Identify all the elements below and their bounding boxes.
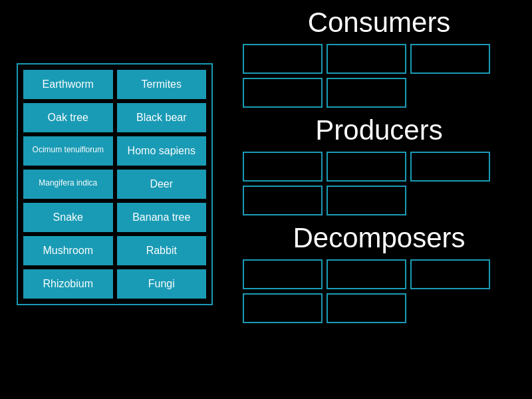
drop-zone[interactable]: [243, 78, 323, 108]
decomposers-section: Decomposers: [239, 222, 519, 323]
decomposers-drop-grid: [239, 259, 519, 323]
drop-zone[interactable]: [410, 259, 490, 289]
drag-item-rhizobium[interactable]: Rhizobium: [23, 269, 113, 299]
producers-section: Producers: [239, 114, 519, 215]
drop-zone[interactable]: [243, 186, 323, 215]
drag-item-black-bear[interactable]: Black bear: [117, 103, 207, 132]
drag-item-homo-sapiens[interactable]: Homo sapiens: [117, 136, 207, 166]
drag-item-termites[interactable]: Termites: [117, 70, 207, 99]
drag-item-rabbit[interactable]: Rabbit: [117, 236, 207, 265]
drag-item-deer[interactable]: Deer: [117, 170, 207, 199]
producers-drop-grid: [239, 152, 519, 215]
drag-item-snake[interactable]: Snake: [23, 203, 113, 232]
drag-item-mangifera[interactable]: Mangifera indica: [23, 170, 113, 199]
drop-zone[interactable]: [327, 78, 406, 108]
drag-item-fungi[interactable]: Fungi: [117, 269, 207, 299]
drop-zone[interactable]: [243, 44, 323, 74]
producers-title: Producers: [239, 114, 519, 146]
drop-zone[interactable]: [410, 44, 490, 74]
categories-panel: Consumers Producers Decomposers: [239, 7, 519, 330]
items-bank: EarthwormTermitesOak treeBlack bearOcimu…: [17, 63, 213, 305]
drop-zone[interactable]: [243, 152, 323, 182]
drag-item-earthworm[interactable]: Earthworm: [23, 70, 113, 99]
drag-item-oak-tree[interactable]: Oak tree: [23, 103, 113, 132]
drop-zone[interactable]: [327, 186, 406, 215]
drop-zone[interactable]: [243, 293, 323, 323]
drop-zone[interactable]: [327, 259, 406, 289]
drag-item-ocimum[interactable]: Ocimum tenuiflorum: [23, 136, 113, 166]
drag-item-banana-tree[interactable]: Banana tree: [117, 203, 207, 232]
consumers-section: Consumers: [239, 7, 519, 108]
decomposers-title: Decomposers: [239, 222, 519, 254]
drop-zone[interactable]: [327, 152, 406, 182]
drop-zone[interactable]: [327, 44, 406, 74]
consumers-drop-grid: [239, 44, 519, 108]
drop-zone[interactable]: [243, 259, 323, 289]
drop-zone[interactable]: [327, 293, 406, 323]
drop-zone[interactable]: [410, 152, 490, 182]
drag-item-mushroom[interactable]: Mushroom: [23, 236, 113, 265]
consumers-title: Consumers: [239, 7, 519, 39]
